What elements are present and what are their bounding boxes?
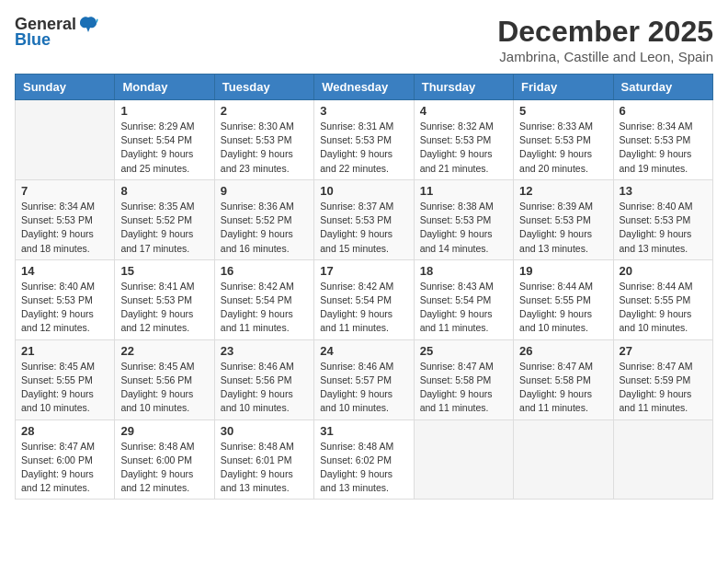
calendar-day-cell: 27Sunrise: 8:47 AMSunset: 5:59 PMDayligh… <box>613 339 712 419</box>
day-info: Sunrise: 8:38 AMSunset: 5:53 PMDaylight:… <box>420 200 507 256</box>
calendar-day-cell: 18Sunrise: 8:43 AMSunset: 5:54 PMDayligh… <box>414 259 513 339</box>
day-number: 12 <box>519 184 607 198</box>
day-number: 19 <box>519 264 607 278</box>
day-number: 4 <box>420 104 507 118</box>
day-info: Sunrise: 8:34 AMSunset: 5:53 PMDaylight:… <box>21 200 108 256</box>
day-number: 21 <box>21 344 108 358</box>
day-number: 1 <box>120 104 208 118</box>
month-title: December 2025 <box>497 15 713 49</box>
day-info: Sunrise: 8:31 AMSunset: 5:53 PMDaylight:… <box>320 120 407 176</box>
calendar-day-cell: 19Sunrise: 8:44 AMSunset: 5:55 PMDayligh… <box>514 259 613 339</box>
day-info: Sunrise: 8:29 AMSunset: 5:54 PMDaylight:… <box>120 120 208 176</box>
day-number: 10 <box>320 184 407 198</box>
calendar-day-cell: 30Sunrise: 8:48 AMSunset: 6:01 PMDayligh… <box>214 419 313 500</box>
day-info: Sunrise: 8:42 AMSunset: 5:54 PMDaylight:… <box>320 280 407 336</box>
calendar-day-cell: 23Sunrise: 8:46 AMSunset: 5:56 PMDayligh… <box>214 339 313 419</box>
day-info: Sunrise: 8:39 AMSunset: 5:53 PMDaylight:… <box>519 200 607 256</box>
calendar-day-cell: 26Sunrise: 8:47 AMSunset: 5:58 PMDayligh… <box>514 339 613 419</box>
day-number: 31 <box>320 424 407 438</box>
day-number: 24 <box>320 344 407 358</box>
day-info: Sunrise: 8:34 AMSunset: 5:53 PMDaylight:… <box>620 120 707 176</box>
day-number: 28 <box>21 424 108 438</box>
day-number: 3 <box>320 104 407 118</box>
day-number: 7 <box>21 184 108 198</box>
weekday-header: Sunday <box>16 75 115 100</box>
calendar-day-cell: 5Sunrise: 8:33 AMSunset: 5:53 PMDaylight… <box>514 100 613 180</box>
calendar-day-cell <box>16 100 115 180</box>
weekday-header: Tuesday <box>214 75 313 100</box>
location-title: Jambrina, Castille and Leon, Spain <box>497 49 713 64</box>
day-info: Sunrise: 8:40 AMSunset: 5:53 PMDaylight:… <box>620 200 707 256</box>
calendar-day-cell: 29Sunrise: 8:48 AMSunset: 6:00 PMDayligh… <box>115 419 214 500</box>
calendar-day-cell: 4Sunrise: 8:32 AMSunset: 5:53 PMDaylight… <box>414 100 513 180</box>
day-number: 15 <box>120 264 208 278</box>
day-number: 6 <box>620 104 707 118</box>
calendar-day-cell: 7Sunrise: 8:34 AMSunset: 5:53 PMDaylight… <box>16 179 115 259</box>
day-number: 30 <box>221 424 308 438</box>
logo-bird-icon <box>78 16 98 34</box>
day-number: 22 <box>120 344 208 358</box>
day-info: Sunrise: 8:41 AMSunset: 5:53 PMDaylight:… <box>120 280 208 336</box>
weekday-header: Monday <box>115 75 214 100</box>
calendar-week-row: 7Sunrise: 8:34 AMSunset: 5:53 PMDaylight… <box>16 179 713 259</box>
day-info: Sunrise: 8:47 AMSunset: 5:59 PMDaylight:… <box>620 360 707 416</box>
calendar-day-cell: 31Sunrise: 8:48 AMSunset: 6:02 PMDayligh… <box>314 419 414 500</box>
calendar-day-cell <box>514 419 613 500</box>
day-number: 2 <box>221 104 308 118</box>
weekday-header: Thursday <box>414 75 513 100</box>
weekday-header: Friday <box>514 75 613 100</box>
header: General Blue December 2025 Jambrina, Cas… <box>15 15 713 64</box>
day-info: Sunrise: 8:37 AMSunset: 5:53 PMDaylight:… <box>320 200 407 256</box>
calendar-day-cell: 25Sunrise: 8:47 AMSunset: 5:58 PMDayligh… <box>414 339 513 419</box>
day-info: Sunrise: 8:45 AMSunset: 5:56 PMDaylight:… <box>120 360 208 416</box>
day-info: Sunrise: 8:47 AMSunset: 6:00 PMDaylight:… <box>21 440 108 496</box>
calendar-day-cell: 16Sunrise: 8:42 AMSunset: 5:54 PMDayligh… <box>214 259 313 339</box>
day-info: Sunrise: 8:48 AMSunset: 6:02 PMDaylight:… <box>320 440 407 496</box>
day-number: 17 <box>320 264 407 278</box>
day-info: Sunrise: 8:47 AMSunset: 5:58 PMDaylight:… <box>519 360 607 416</box>
calendar-day-cell: 17Sunrise: 8:42 AMSunset: 5:54 PMDayligh… <box>314 259 414 339</box>
day-info: Sunrise: 8:45 AMSunset: 5:55 PMDaylight:… <box>21 360 108 416</box>
calendar-day-cell: 9Sunrise: 8:36 AMSunset: 5:52 PMDaylight… <box>214 179 313 259</box>
day-number: 5 <box>519 104 607 118</box>
calendar-day-cell: 21Sunrise: 8:45 AMSunset: 5:55 PMDayligh… <box>16 339 115 419</box>
weekday-header: Saturday <box>613 75 712 100</box>
calendar-week-row: 14Sunrise: 8:40 AMSunset: 5:53 PMDayligh… <box>16 259 713 339</box>
weekday-header: Wednesday <box>314 75 414 100</box>
day-number: 18 <box>420 264 507 278</box>
calendar-day-cell: 8Sunrise: 8:35 AMSunset: 5:52 PMDaylight… <box>115 179 214 259</box>
calendar-day-cell: 20Sunrise: 8:44 AMSunset: 5:55 PMDayligh… <box>613 259 712 339</box>
day-info: Sunrise: 8:33 AMSunset: 5:53 PMDaylight:… <box>519 120 607 176</box>
calendar-day-cell <box>414 419 513 500</box>
calendar-week-row: 1Sunrise: 8:29 AMSunset: 5:54 PMDaylight… <box>16 100 713 180</box>
calendar-week-row: 28Sunrise: 8:47 AMSunset: 6:00 PMDayligh… <box>16 419 713 500</box>
day-number: 11 <box>420 184 507 198</box>
day-info: Sunrise: 8:40 AMSunset: 5:53 PMDaylight:… <box>21 280 108 336</box>
day-info: Sunrise: 8:30 AMSunset: 5:53 PMDaylight:… <box>221 120 308 176</box>
calendar-header-row: SundayMondayTuesdayWednesdayThursdayFrid… <box>16 75 713 100</box>
day-info: Sunrise: 8:46 AMSunset: 5:56 PMDaylight:… <box>221 360 308 416</box>
calendar-day-cell: 13Sunrise: 8:40 AMSunset: 5:53 PMDayligh… <box>613 179 712 259</box>
title-section: December 2025 Jambrina, Castille and Leo… <box>497 15 713 64</box>
day-info: Sunrise: 8:43 AMSunset: 5:54 PMDaylight:… <box>420 280 507 336</box>
calendar-day-cell: 1Sunrise: 8:29 AMSunset: 5:54 PMDaylight… <box>115 100 214 180</box>
day-number: 8 <box>120 184 208 198</box>
calendar-day-cell: 15Sunrise: 8:41 AMSunset: 5:53 PMDayligh… <box>115 259 214 339</box>
day-number: 29 <box>120 424 208 438</box>
calendar-table: SundayMondayTuesdayWednesdayThursdayFrid… <box>15 74 713 500</box>
day-info: Sunrise: 8:48 AMSunset: 6:01 PMDaylight:… <box>221 440 308 496</box>
day-number: 23 <box>221 344 308 358</box>
day-info: Sunrise: 8:44 AMSunset: 5:55 PMDaylight:… <box>519 280 607 336</box>
day-info: Sunrise: 8:48 AMSunset: 6:00 PMDaylight:… <box>120 440 208 496</box>
day-number: 25 <box>420 344 507 358</box>
calendar-day-cell: 3Sunrise: 8:31 AMSunset: 5:53 PMDaylight… <box>314 100 414 180</box>
day-info: Sunrise: 8:46 AMSunset: 5:57 PMDaylight:… <box>320 360 407 416</box>
calendar-day-cell: 2Sunrise: 8:30 AMSunset: 5:53 PMDaylight… <box>214 100 313 180</box>
day-info: Sunrise: 8:42 AMSunset: 5:54 PMDaylight:… <box>221 280 308 336</box>
day-info: Sunrise: 8:47 AMSunset: 5:58 PMDaylight:… <box>420 360 507 416</box>
calendar-day-cell: 24Sunrise: 8:46 AMSunset: 5:57 PMDayligh… <box>314 339 414 419</box>
calendar-week-row: 21Sunrise: 8:45 AMSunset: 5:55 PMDayligh… <box>16 339 713 419</box>
calendar-day-cell: 10Sunrise: 8:37 AMSunset: 5:53 PMDayligh… <box>314 179 414 259</box>
logo: General Blue <box>15 15 98 50</box>
day-number: 9 <box>221 184 308 198</box>
